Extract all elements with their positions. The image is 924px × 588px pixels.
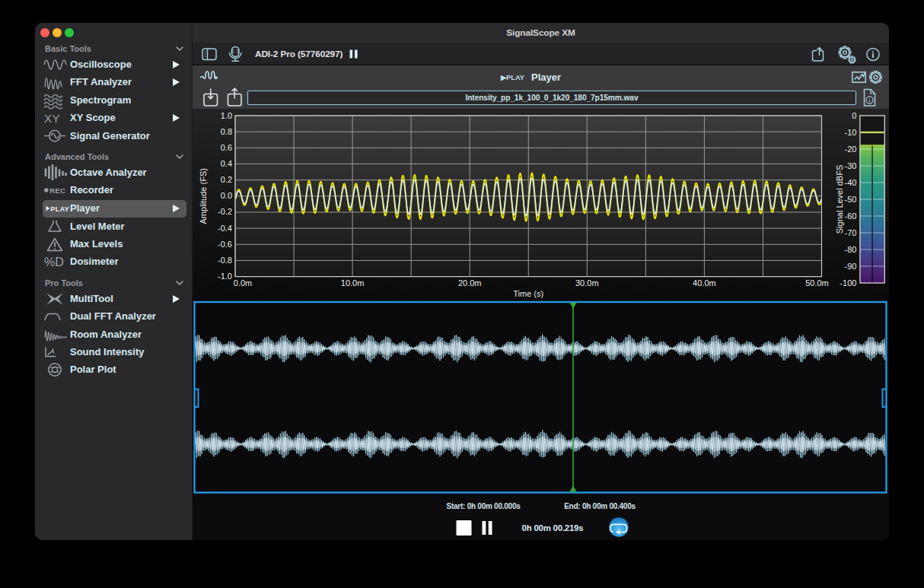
svg-text:-50: -50 <box>844 195 856 204</box>
svg-text:1.0: 1.0 <box>221 111 232 120</box>
svg-text:20.0m: 20.0m <box>458 278 482 288</box>
svg-text:-70: -70 <box>844 228 856 237</box>
svg-text:XY: XY <box>44 112 60 125</box>
svg-text:0h 00m 00.219s: 0h 00m 00.219s <box>522 523 584 532</box>
svg-text:-0.2: -0.2 <box>218 207 232 216</box>
svg-text:REC: REC <box>49 186 65 195</box>
svg-text:30.0m: 30.0m <box>575 278 599 288</box>
svg-text:Player: Player <box>531 72 561 83</box>
svg-text:0.0m: 0.0m <box>234 278 252 288</box>
svg-text:-80: -80 <box>844 245 856 254</box>
svg-text:-0.6: -0.6 <box>218 240 232 249</box>
svg-text:Intensity_pp_1k_100_0_1k20_180: Intensity_pp_1k_100_0_1k20_180_7p15mm.wa… <box>466 94 639 102</box>
svg-text:10.0m: 10.0m <box>341 278 365 288</box>
svg-text:i: i <box>871 49 875 60</box>
svg-text:0: 0 <box>852 111 856 120</box>
svg-text:-100: -100 <box>840 278 856 288</box>
svg-text:%D: %D <box>44 256 64 269</box>
svg-text:Amplitude (FS): Amplitude (FS) <box>199 168 208 224</box>
svg-text:Time (s): Time (s) <box>513 289 543 298</box>
svg-text:0.6: 0.6 <box>221 143 232 152</box>
svg-text:End: 0h 00m 00.400s: End: 0h 00m 00.400s <box>564 502 636 510</box>
svg-text:-20: -20 <box>844 145 856 154</box>
svg-text:-0.4: -0.4 <box>218 224 232 233</box>
svg-text:-0.8: -0.8 <box>218 256 232 265</box>
svg-text:ADI-2 Pro (57760297): ADI-2 Pro (57760297) <box>255 49 343 59</box>
svg-text:-60: -60 <box>844 211 856 221</box>
svg-text:-10: -10 <box>844 128 856 137</box>
svg-text:0.4: 0.4 <box>221 159 232 168</box>
svg-text:0.2: 0.2 <box>221 175 232 184</box>
svg-text:-1.0: -1.0 <box>218 272 232 281</box>
svg-text:-90: -90 <box>844 262 856 271</box>
svg-text:PLAY: PLAY <box>50 205 69 213</box>
svg-text:-30: -30 <box>844 161 856 170</box>
svg-text:-40: -40 <box>844 178 856 187</box>
svg-text:40.0m: 40.0m <box>693 278 716 288</box>
svg-text:0.0: 0.0 <box>221 191 232 200</box>
svg-text:50.0m: 50.0m <box>805 278 829 288</box>
svg-text:Signal Level dBFS: Signal Level dBFS <box>835 165 844 234</box>
svg-text:Start: 0h 00m 00.000s: Start: 0h 00m 00.000s <box>446 502 521 510</box>
svg-text:0.8: 0.8 <box>221 127 232 136</box>
svg-text:▶PLAY: ▶PLAY <box>500 74 525 81</box>
